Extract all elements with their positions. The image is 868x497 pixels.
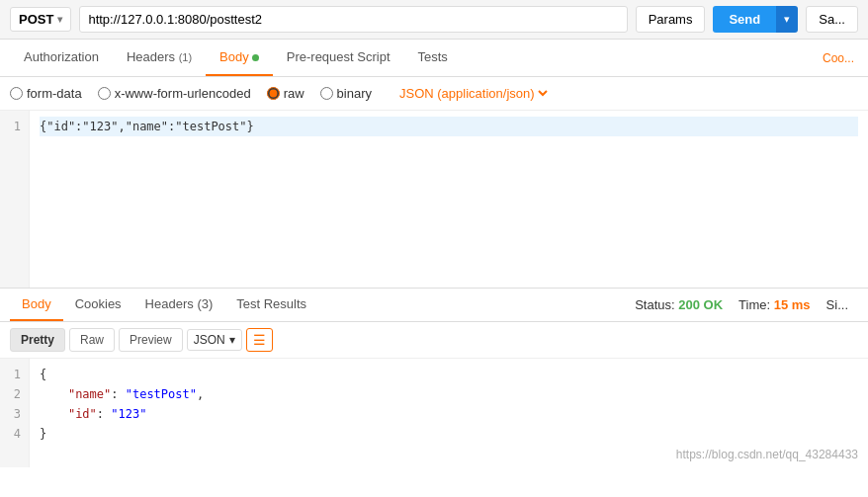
response-format-bar: Pretty Raw Preview JSON ▾ ☰ [0, 322, 868, 359]
top-bar: POST ▾ Params Send ▾ Sa... [0, 0, 868, 40]
params-button[interactable]: Params [636, 6, 706, 33]
request-code-content[interactable]: {"id":"123","name":"testPost"} [30, 111, 868, 288]
btab-headers[interactable]: Headers (3) [133, 289, 225, 321]
tab-prerequest[interactable]: Pre-request Script [273, 40, 404, 76]
method-label: POST [19, 12, 53, 27]
response-line-3: "id": "123" [40, 404, 858, 424]
body-dot-icon [252, 54, 259, 61]
radio-raw[interactable]: raw [267, 86, 304, 101]
size-hint: Si... [826, 297, 848, 312]
url-input[interactable] [79, 6, 627, 33]
body-options-bar: form-data x-www-form-urlencoded raw bina… [0, 77, 868, 111]
status-value: 200 OK [678, 297, 723, 312]
method-chevron: ▾ [57, 14, 62, 25]
fmt-raw[interactable]: Raw [69, 328, 115, 352]
code-line-1: {"id":"123","name":"testPost"} [40, 117, 858, 136]
save-button[interactable]: Sa... [806, 6, 858, 33]
tab-tests[interactable]: Tests [404, 40, 462, 76]
fmt-preview[interactable]: Preview [119, 328, 183, 352]
send-button[interactable]: Send [713, 6, 776, 33]
method-selector[interactable]: POST ▾ [10, 7, 71, 32]
tab-headers[interactable]: Headers (1) [113, 40, 206, 76]
bottom-panel: Body Cookies Headers (3) Test Results St… [0, 289, 868, 467]
tab-authorization[interactable]: Authorization [10, 40, 113, 76]
tab-bar: Authorization Headers (1) Body Pre-reque… [0, 40, 868, 77]
response-line-numbers: 1 2 3 4 [0, 359, 30, 467]
tab-body[interactable]: Body [206, 40, 273, 76]
bottom-tabs: Body Cookies Headers (3) Test Results [10, 289, 318, 321]
radio-form-data[interactable]: form-data [10, 86, 82, 101]
fmt-pretty[interactable]: Pretty [10, 328, 65, 352]
response-json-select[interactable]: JSON ▾ [187, 329, 242, 351]
response-status: Status: 200 OK Time: 15 ms Si... [635, 297, 858, 312]
send-group: Send ▾ [713, 6, 798, 33]
radio-binary[interactable]: binary [320, 86, 372, 101]
response-line-1: { [40, 365, 858, 384]
btab-test-results[interactable]: Test Results [224, 289, 318, 321]
send-dropdown-button[interactable]: ▾ [776, 6, 798, 33]
wrap-icon[interactable]: ☰ [246, 328, 273, 352]
time-value: 15 ms [774, 297, 811, 312]
tabs-left: Authorization Headers (1) Body Pre-reque… [10, 40, 462, 76]
btab-cookies[interactable]: Cookies [63, 289, 133, 321]
response-line-4: } [40, 424, 858, 444]
cookie-hint: Coo... [823, 51, 858, 65]
line-numbers: 1 [0, 111, 30, 288]
bottom-tab-bar: Body Cookies Headers (3) Test Results St… [0, 289, 868, 322]
radio-url-encoded[interactable]: x-www-form-urlencoded [98, 86, 251, 101]
json-type-select[interactable]: JSON (application/json) [395, 85, 551, 102]
json-type-selector[interactable]: JSON (application/json) [395, 85, 551, 102]
request-code-editor: 1 {"id":"123","name":"testPost"} [0, 111, 868, 289]
response-line-2: "name": "testPost", [40, 384, 858, 404]
watermark: https://blog.csdn.net/qq_43284433 [676, 448, 858, 461]
btab-body[interactable]: Body [10, 289, 63, 321]
